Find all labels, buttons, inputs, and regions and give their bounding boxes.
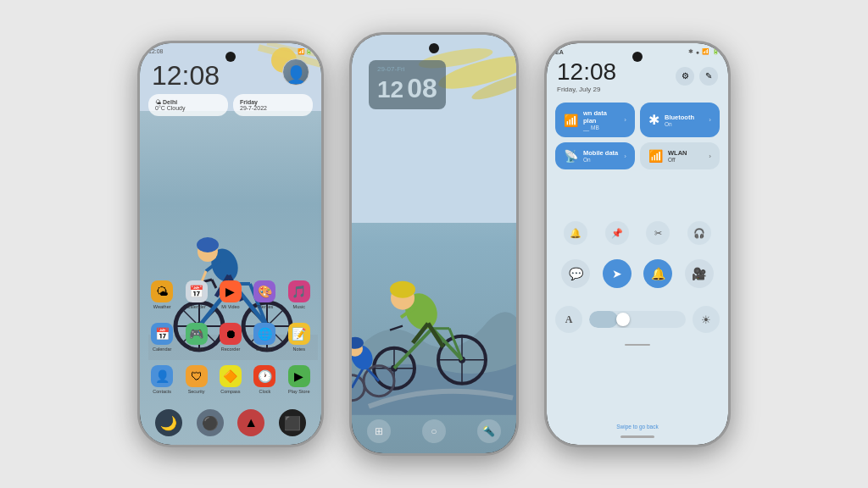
phone-3-brightness-knob	[616, 313, 630, 326]
mobile-data-text: Mobile data On	[583, 149, 619, 163]
app-mi-video[interactable]: ▶ Mi Video	[215, 280, 246, 309]
weather-city: Delhi	[163, 99, 177, 105]
data-plan-title: wn data plan	[583, 109, 619, 125]
phone-3-location-btn[interactable]: ➤	[603, 259, 632, 288]
phone-1-avatar[interactable]	[282, 58, 309, 86]
app-games[interactable]: 🎮 Games	[181, 323, 212, 352]
mobile-data-chevron-icon: ›	[624, 152, 626, 160]
data-plan-sub: __ MB	[583, 125, 619, 130]
app-notes-label: Notes	[293, 347, 305, 352]
phone-3-swipe-bar[interactable]	[620, 435, 654, 438]
phone-3-edit-icon[interactable]: ✎	[699, 67, 718, 86]
app-weather[interactable]: 🌤 Weather	[147, 280, 177, 309]
phone-3-pin-icon[interactable]: 📌	[605, 221, 629, 245]
data-plan-icon: 📶	[564, 114, 578, 127]
phone-1-screen: 12:08 📶🔋 12:08 🌤 Delhi 0°C Cloudy Friday…	[140, 43, 321, 445]
phone-3-time-date: 12:08 Friday, July 29	[557, 58, 616, 93]
dock-icon-1[interactable]: 🌙	[155, 409, 182, 436]
mobile-data-icon: 📡	[564, 149, 578, 163]
phone-3-punch-hole	[632, 52, 643, 62]
phone-1-status-time: 12:08	[148, 48, 164, 55]
weather-icon: 🌤	[155, 99, 161, 105]
phone-1-weather-widget[interactable]: 🌤 Delhi 0°C Cloudy	[148, 94, 228, 116]
app-compass[interactable]: 🔶 Compass	[215, 365, 246, 394]
phone-3-wlan-btn[interactable]: 📶 WLAN Off ›	[640, 142, 720, 169]
date-day: Friday	[240, 99, 306, 105]
app-notes[interactable]: 📝 Notes	[284, 323, 314, 352]
phone-3-status-icons: ✱ ● 📶 🔋	[688, 48, 720, 55]
app-clock[interactable]: 🕐 Clock	[249, 365, 280, 394]
phone-2-camera-icon[interactable]: ○	[422, 419, 446, 443]
phone-3-video-btn[interactable]: 🎥	[685, 259, 714, 288]
app-play-store[interactable]: ▶ Play Store	[284, 365, 314, 394]
phone-2-hour: 12	[377, 78, 403, 102]
phone-2: 29-07-Fri 12 08	[349, 32, 519, 456]
phone-1: 12:08 📶🔋 12:08 🌤 Delhi 0°C Cloudy Friday…	[137, 41, 324, 447]
app-calender-label: Calender	[186, 304, 205, 309]
phone-3-data-plan-btn[interactable]: 📶 wn data plan __ MB ›	[555, 103, 635, 137]
app-play-store-label: Play Store	[288, 389, 309, 394]
app-mi-video-label: Mi Video	[221, 304, 239, 309]
svg-point-52	[390, 281, 415, 298]
app-calender[interactable]: 📅 Calender	[181, 280, 212, 309]
phone-3-carrier: EA	[555, 49, 564, 55]
phone-2-grid-icon[interactable]: ⊞	[367, 419, 391, 443]
app-contacts[interactable]: 👤 Contacts	[147, 365, 177, 394]
phone-3-bluetooth-btn[interactable]: ✱ Bluetooth On ›	[640, 103, 720, 137]
phone-2-date: 29-07-Fri	[377, 65, 437, 73]
phone-3-font-size-icon: A	[555, 306, 582, 333]
wifi-status-icon: ●	[696, 49, 699, 55]
mobile-data-title: Mobile data	[583, 149, 619, 157]
data-plan-text: wn data plan __ MB	[583, 109, 619, 130]
phone-3-settings-icon[interactable]: ⚙	[676, 67, 694, 86]
wlan-text: WLAN Off	[668, 149, 704, 163]
app-games-label: Games	[189, 347, 204, 352]
phone-3-actions-row: 💬 ➤ 🔔 🎥	[555, 259, 720, 288]
dock-icon-4[interactable]: ⬛	[279, 409, 306, 436]
phone-3-divider	[625, 344, 650, 346]
phone-2-minute: 08	[407, 73, 437, 104]
app-calendar2[interactable]: 📅 Calendar	[147, 323, 177, 352]
phone-1-dock: 🌙 ⚫ ▲ ⬛	[148, 409, 313, 436]
app-music[interactable]: 🎵 Music	[284, 280, 314, 309]
app-music-label: Music	[293, 304, 305, 309]
phone-3-torch-small-icon[interactable]: 🔔	[564, 221, 587, 245]
bluetooth-sub: On	[665, 121, 704, 127]
phone-3-brightness-slider[interactable]	[589, 311, 686, 328]
phone-2-terrain	[352, 185, 516, 415]
phone-3: EA ✱ ● 📶 🔋 12:08 Friday, July 29 ⚙ ✎ �	[544, 41, 731, 447]
phone-3-headset-icon[interactable]: 🎧	[687, 221, 711, 245]
signal-status-icon: 📶	[702, 48, 709, 55]
phone-3-mobile-data-btn[interactable]: 📡 Mobile data On ›	[555, 142, 635, 169]
phone-2-time-widget: 29-07-Fri 12 08	[369, 60, 446, 109]
wlan-title: WLAN	[668, 149, 704, 157]
mobile-data-sub: On	[583, 157, 619, 163]
dock-icon-2[interactable]: ⚫	[197, 409, 224, 436]
phone-3-brightness-row: A ☀	[555, 306, 720, 333]
phone-1-date-widget[interactable]: Friday 29-7-2022	[233, 94, 313, 116]
wlan-chevron-icon: ›	[709, 152, 711, 160]
date-value: 29-7-2022	[240, 105, 306, 111]
weather-temp: 0°C Cloudy	[155, 105, 221, 111]
phone-3-small-icons-row: 🔔 📌 ✂ 🎧	[555, 221, 720, 245]
app-calendar2-label: Calendar	[153, 347, 171, 352]
svg-point-27	[197, 237, 219, 252]
bluetooth-status-icon: ✱	[688, 48, 693, 55]
phone-3-message-btn[interactable]: 💬	[561, 259, 590, 288]
app-security[interactable]: 🛡 Security	[181, 365, 212, 394]
phone-3-alarm-btn[interactable]: 🔔	[643, 259, 672, 288]
app-security-label: Security	[188, 389, 205, 394]
phone-1-punch-hole	[225, 52, 236, 62]
phone-1-apps-row-2: 📅 Calendar 🎮 Games ⏺ Recorder 🌐 Browser …	[145, 323, 316, 352]
app-recorder[interactable]: ⏺ Recorder	[215, 323, 246, 352]
app-browser[interactable]: 🌐 Browser	[249, 323, 280, 352]
phone-3-header: 12:08 Friday, July 29 ⚙ ✎	[557, 58, 718, 93]
phone-1-widgets: 🌤 Delhi 0°C Cloudy Friday 29-7-2022	[148, 94, 313, 116]
phone-3-crop-icon[interactable]: ✂	[646, 221, 670, 245]
app-themes[interactable]: 🎨 Themes	[249, 280, 280, 309]
phone-2-torch-icon[interactable]: 🔦	[477, 419, 501, 443]
dock-icon-3[interactable]: ▲	[237, 409, 264, 436]
phone-1-clock: 12:08	[152, 60, 220, 92]
app-clock-label: Clock	[259, 389, 270, 394]
bluetooth-text: Bluetooth On	[665, 114, 704, 127]
